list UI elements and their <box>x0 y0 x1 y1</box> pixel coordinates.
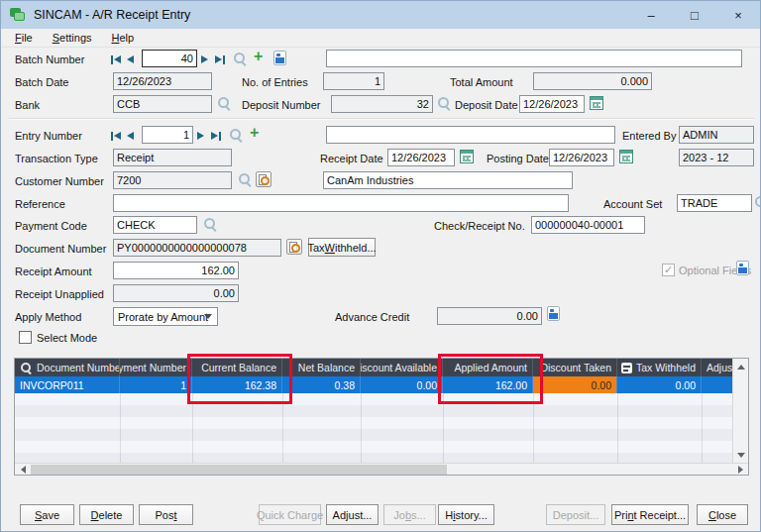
cell-payment-number[interactable]: 1 <box>120 376 192 393</box>
delete-button[interactable]: Delete <box>79 504 134 525</box>
adjust-button[interactable]: Adjust... <box>326 504 379 525</box>
batch-next-button[interactable] <box>201 53 208 66</box>
entry-prev-button[interactable] <box>127 129 134 143</box>
menu-help[interactable]: Help <box>102 29 145 47</box>
close-button[interactable]: Close <box>697 504 748 525</box>
batch-last-button[interactable] <box>215 53 225 66</box>
entry-next-button[interactable] <box>197 129 204 143</box>
batch-prev-button[interactable] <box>127 53 134 66</box>
reference-label: Reference <box>15 198 65 211</box>
deposit-calendar-icon[interactable] <box>590 96 603 110</box>
column-header-document-number[interactable]: Document Number <box>15 359 120 376</box>
cell-discount-available[interactable]: 0.00 <box>361 376 443 393</box>
deposit-date-input[interactable]: 12/26/2023 <box>519 95 585 113</box>
posting-date-input[interactable]: 12/26/2023 <box>549 149 614 166</box>
print-receipt-button[interactable]: Print Receipt... <box>611 504 689 525</box>
column-header-adjustment[interactable]: Adjustm <box>702 359 732 376</box>
column-header-discount-taken[interactable]: Discount Taken <box>533 359 617 376</box>
save-button[interactable]: Save <box>20 504 74 525</box>
close-icon[interactable]: × <box>716 1 760 29</box>
bank-finder-icon[interactable] <box>217 96 231 110</box>
entry-first-button[interactable] <box>111 129 121 143</box>
customer-number-field[interactable]: 7200 <box>113 171 232 189</box>
scrollbar-thumb[interactable] <box>31 465 447 475</box>
column-header-current-balance[interactable]: Current Balance <box>192 359 282 376</box>
batch-number-input[interactable]: 40 <box>142 50 197 67</box>
reference-input[interactable] <box>113 194 569 212</box>
batch-new-icon[interactable]: + <box>254 49 263 63</box>
check-receipt-input[interactable]: 000000040-00001 <box>531 216 645 234</box>
receipt-date-input[interactable]: 12/26/2023 <box>387 149 455 166</box>
apply-method-select[interactable]: Prorate by Amount <box>113 307 218 326</box>
scroll-left-icon[interactable] <box>15 464 31 475</box>
document-inquiry-icon[interactable] <box>286 239 302 255</box>
batch-description-input[interactable] <box>326 50 742 67</box>
entry-number-input[interactable]: 1 <box>142 126 193 144</box>
scroll-down-icon[interactable] <box>733 447 748 463</box>
select-mode-label: Select Mode <box>37 332 97 345</box>
tax-withheld-column-icon <box>621 363 632 373</box>
cell-applied-amount[interactable]: 162.00 <box>443 376 533 393</box>
batch-date-label: Batch Date <box>15 76 68 89</box>
payment-code-label: Payment Code <box>15 220 87 233</box>
select-mode-checkbox[interactable] <box>19 331 32 344</box>
cell-adjustment[interactable] <box>702 376 732 393</box>
horizontal-scrollbar[interactable] <box>15 463 748 475</box>
maximize-icon[interactable]: □ <box>673 1 716 29</box>
cell-document-number[interactable]: INVCORP011 <box>15 376 120 393</box>
entry-new-icon[interactable]: + <box>250 125 259 140</box>
deposit-finder-icon[interactable] <box>437 96 451 110</box>
batch-finder-icon[interactable] <box>233 52 247 65</box>
app-window: SINCAM - A/R Receipt Entry – □ × File Se… <box>0 0 761 532</box>
entry-last-button[interactable] <box>211 129 221 143</box>
column-header-net-balance[interactable]: Net Balance <box>282 359 361 376</box>
vertical-scrollbar[interactable] <box>732 359 748 463</box>
column-header-tax-withheld[interactable]: Tax Withheld <box>617 359 702 376</box>
grid-header: Document Number Payment Number Current B… <box>15 359 732 376</box>
cell-current-balance[interactable]: 162.38 <box>192 376 282 393</box>
advance-credit-label: Advance Credit <box>335 311 409 324</box>
window-title: SINCAM - A/R Receipt Entry <box>34 8 190 22</box>
customer-inquiry-icon[interactable] <box>256 171 272 187</box>
entry-description-input[interactable] <box>326 126 615 144</box>
tax-withheld-button[interactable]: Tax Withheld... <box>308 238 376 257</box>
minimize-icon[interactable]: – <box>629 1 673 29</box>
cell-tax-withheld[interactable]: 0.00 <box>617 376 702 393</box>
cell-discount-taken-focused[interactable]: 0.00 <box>533 376 617 393</box>
post-button[interactable]: Post <box>139 504 193 525</box>
deposit-number-field[interactable]: 32 <box>331 95 433 113</box>
column-header-payment-number[interactable]: Payment Number <box>120 359 192 376</box>
account-set-label: Account Set <box>603 198 662 211</box>
chevron-down-icon[interactable] <box>201 308 215 325</box>
menu-bar: File Settings Help <box>1 29 760 48</box>
receipt-amount-input[interactable]: 162.00 <box>113 262 239 279</box>
column-header-discount-available[interactable]: Discount Available <box>361 359 443 376</box>
batch-drilldown-icon[interactable] <box>273 51 286 65</box>
cell-net-balance[interactable]: 0.38 <box>282 376 361 393</box>
document-number-field: PY0000000000000000078 <box>113 239 281 257</box>
account-set-finder-icon[interactable] <box>754 195 761 209</box>
quick-charge-button: Quick Charge <box>259 504 321 525</box>
bank-field[interactable]: CCB <box>113 95 212 113</box>
batch-first-button[interactable] <box>111 53 121 66</box>
finder-icon[interactable] <box>20 362 33 374</box>
account-set-input[interactable]: TRADE <box>677 194 752 212</box>
apply-method-label: Apply Method <box>15 311 81 324</box>
scroll-right-icon[interactable] <box>732 464 748 475</box>
history-button[interactable]: History... <box>438 504 494 525</box>
customer-finder-icon[interactable] <box>238 172 252 186</box>
table-row[interactable]: INVCORP011 1 162.38 0.38 0.00 162.00 0.0… <box>15 376 732 393</box>
payment-code-input[interactable]: CHECK <box>113 216 197 234</box>
menu-file[interactable]: File <box>5 29 43 47</box>
deposit-button: Deposit... <box>546 504 605 525</box>
payment-code-finder-icon[interactable] <box>203 217 217 231</box>
column-header-applied-amount[interactable]: Applied Amount <box>443 359 533 376</box>
scroll-up-icon[interactable] <box>733 359 748 374</box>
posting-calendar-icon[interactable] <box>619 150 633 163</box>
menu-settings[interactable]: Settings <box>43 29 102 47</box>
entry-finder-icon[interactable] <box>229 128 243 142</box>
year-period-field: 2023 - 12 <box>679 149 754 166</box>
optional-fields-drilldown-icon[interactable] <box>736 261 749 275</box>
advance-credit-drilldown-icon[interactable] <box>547 306 560 321</box>
receipt-calendar-icon[interactable] <box>460 150 474 163</box>
